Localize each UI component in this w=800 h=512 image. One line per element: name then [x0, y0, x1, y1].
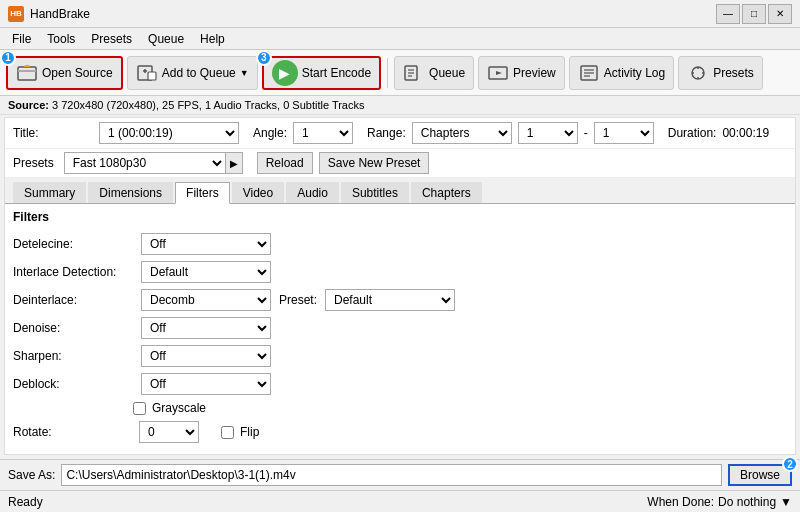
save-as-label: Save As: — [8, 468, 55, 482]
source-bar: Source: 3 720x480 (720x480), 25 FPS, 1 A… — [0, 96, 800, 115]
menu-tools[interactable]: Tools — [39, 30, 83, 48]
source-label: Source: — [8, 99, 49, 111]
denoise-row: Denoise: Off — [13, 314, 787, 342]
grayscale-checkbox[interactable] — [133, 402, 146, 415]
menu-presets[interactable]: Presets — [83, 30, 140, 48]
deinterlace-label: Deinterlace: — [13, 293, 133, 307]
tab-subtitles[interactable]: Subtitles — [341, 182, 409, 203]
when-done-label: When Done: — [647, 495, 714, 509]
save-as-row: Save As: Browse 2 — [0, 459, 800, 490]
denoise-select[interactable]: Off — [141, 317, 271, 339]
when-done-value: Do nothing — [718, 495, 776, 509]
grayscale-label[interactable]: Grayscale — [152, 401, 206, 415]
when-done-arrow: ▼ — [780, 495, 792, 509]
tab-dimensions[interactable]: Dimensions — [88, 182, 173, 203]
title-bar-controls: — □ ✕ — [716, 4, 792, 24]
add-to-queue-button[interactable]: Add to Queue ▼ — [127, 56, 258, 90]
preview-icon — [487, 62, 509, 84]
filters-section: Filters Detelecine: Off Interlace Detect… — [5, 204, 795, 452]
svg-rect-6 — [148, 72, 156, 80]
play-icon: ▶ — [272, 60, 298, 86]
reload-button[interactable]: Reload — [257, 152, 313, 174]
presets-icon — [687, 62, 709, 84]
title-bar-left: HB HandBrake — [8, 6, 90, 22]
rotate-select[interactable]: 0 90 180 270 — [139, 421, 199, 443]
minimize-button[interactable]: — — [716, 4, 740, 24]
close-button[interactable]: ✕ — [768, 4, 792, 24]
menu-file[interactable]: File — [4, 30, 39, 48]
angle-label: Angle: — [253, 126, 287, 140]
badge-1: 1 — [0, 50, 16, 66]
preview-label: Preview — [513, 66, 556, 80]
rotate-label: Rotate: — [13, 425, 133, 439]
sharpen-label: Sharpen: — [13, 349, 133, 363]
duration-label: Duration: — [668, 126, 717, 140]
queue-label: Queue — [429, 66, 465, 80]
deinterlace-preset-select[interactable]: Default — [325, 289, 455, 311]
tab-summary[interactable]: Summary — [13, 182, 86, 203]
open-source-icon — [16, 62, 38, 84]
sharpen-select[interactable]: Off — [141, 345, 271, 367]
range-to-select[interactable]: 1 — [594, 122, 654, 144]
svg-marker-12 — [496, 71, 502, 75]
presets-row-label: Presets — [13, 156, 54, 170]
save-as-input[interactable] — [61, 464, 722, 486]
tab-filters[interactable]: Filters — [175, 182, 230, 204]
preview-button[interactable]: Preview — [478, 56, 565, 90]
presets-select-container: Fast 1080p30 ▶ — [64, 152, 243, 174]
range-dash: - — [584, 126, 588, 140]
flip-label[interactable]: Flip — [240, 425, 259, 439]
menu-queue[interactable]: Queue — [140, 30, 192, 48]
activity-log-button[interactable]: Activity Log — [569, 56, 674, 90]
deinterlace-select[interactable]: Decomb — [141, 289, 271, 311]
deinterlace-preset-label: Preset: — [279, 293, 317, 307]
presets-row: Presets Fast 1080p30 ▶ Reload Save New P… — [5, 149, 795, 178]
tab-audio[interactable]: Audio — [286, 182, 339, 203]
deblock-select[interactable]: Off — [141, 373, 271, 395]
toolbar-separator-1 — [387, 58, 388, 88]
filters-title: Filters — [13, 210, 787, 224]
tabs: Summary Dimensions Filters Video Audio S… — [5, 178, 795, 204]
title-select[interactable]: 1 (00:00:19) — [99, 122, 239, 144]
main-content: Title: 1 (00:00:19) Angle: 1 Range: Chap… — [4, 117, 796, 455]
duration-value: 00:00:19 — [722, 126, 769, 140]
range-type-select[interactable]: Chapters — [412, 122, 512, 144]
save-new-preset-button[interactable]: Save New Preset — [319, 152, 430, 174]
presets-button[interactable]: Presets — [678, 56, 763, 90]
svg-rect-1 — [18, 70, 36, 72]
interlace-detection-select[interactable]: Default — [141, 261, 271, 283]
maximize-button[interactable]: □ — [742, 4, 766, 24]
badge-2: 2 — [782, 456, 798, 472]
angle-select[interactable]: 1 — [293, 122, 353, 144]
queue-button[interactable]: Queue — [394, 56, 474, 90]
presets-arrow-icon[interactable]: ▶ — [225, 153, 242, 173]
interlace-detection-row: Interlace Detection: Default — [13, 258, 787, 286]
open-source-wrap: Open Source 1 — [6, 56, 123, 90]
open-source-button[interactable]: Open Source — [6, 56, 123, 90]
detelecine-select[interactable]: Off — [141, 233, 271, 255]
flip-checkbox[interactable] — [221, 426, 234, 439]
title-bar: HB HandBrake — □ ✕ — [0, 0, 800, 28]
range-from-select[interactable]: 1 — [518, 122, 578, 144]
tab-video[interactable]: Video — [232, 182, 284, 203]
browse-wrap: Browse 2 — [728, 464, 792, 486]
start-encode-label: Start Encode — [302, 66, 371, 80]
svg-rect-0 — [18, 67, 36, 80]
sharpen-row: Sharpen: Off — [13, 342, 787, 370]
rotate-row: Rotate: 0 90 180 270 Flip — [13, 418, 787, 446]
svg-marker-2 — [24, 65, 30, 67]
badge-3: 3 — [256, 50, 272, 66]
title-label: Title: — [13, 126, 93, 140]
app-title: HandBrake — [30, 7, 90, 21]
presets-select[interactable]: Fast 1080p30 — [65, 155, 225, 171]
tab-chapters[interactable]: Chapters — [411, 182, 482, 203]
toolbar: Open Source 1 Add to Queue ▼ ▶ Start Enc… — [0, 50, 800, 96]
range-label: Range: — [367, 126, 406, 140]
start-encode-button[interactable]: ▶ Start Encode — [262, 56, 381, 90]
add-to-queue-label: Add to Queue — [162, 66, 236, 80]
queue-icon — [403, 62, 425, 84]
start-encode-wrap: ▶ Start Encode 3 — [262, 56, 381, 90]
deblock-label: Deblock: — [13, 377, 133, 391]
when-done[interactable]: When Done: Do nothing ▼ — [647, 495, 792, 509]
menu-help[interactable]: Help — [192, 30, 233, 48]
